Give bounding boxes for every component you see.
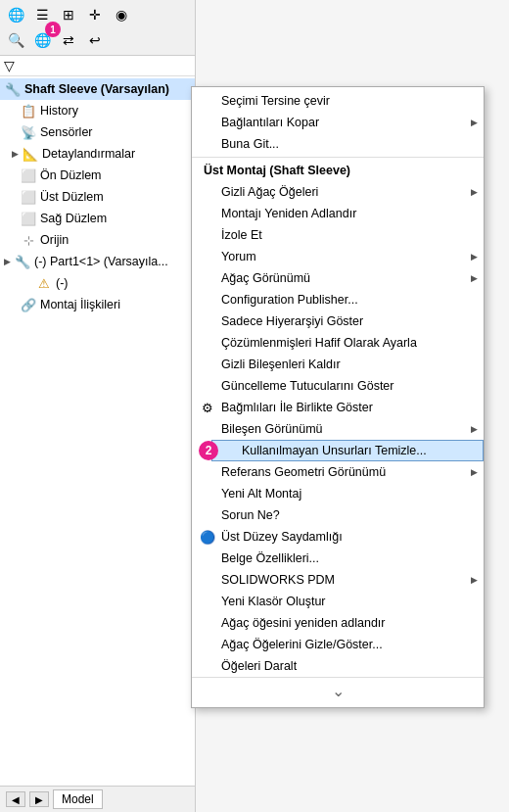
menu-label-component-view: Bileşen Görünümü	[221, 422, 323, 436]
menu-label-doc-props: Belge Özellikleri...	[221, 551, 319, 565]
menu-label-show-with-deps: Bağmlıları İle Birlikte Göster	[221, 401, 373, 414]
menu-item-goto[interactable]: Buna Git...	[192, 133, 484, 155]
tree-item-top-plane[interactable]: ⬜ Üst Düzlem	[0, 186, 195, 208]
cross-icon[interactable]: ✛	[83, 3, 107, 26]
menu-item-new-subassembly[interactable]: Yeni Alt Montaj	[192, 483, 484, 504]
menu-item-clean-unused[interactable]: 2 Kullanılmayan Unsurları Temizle...	[211, 440, 484, 461]
menu-label-disconnect: Bağlantıları Kopar	[221, 116, 319, 129]
menu-label-whats-wrong: Sorun Ne?	[221, 508, 280, 522]
menu-item-rename-assembly[interactable]: Montajı Yeniden Adlandır	[192, 203, 484, 224]
menu-item-config-publisher[interactable]: Configuration Publisher...	[192, 289, 484, 310]
menu-item-ref-geometry[interactable]: Referans Geometri Görünümü	[192, 461, 484, 483]
transparency-icon: 🔵	[198, 530, 217, 545]
top-plane-label: Üst Düzlem	[40, 190, 191, 204]
menu-label-update-holders: Güncelleme Tutucularını Göster	[221, 379, 393, 393]
front-plane-label: Ön Düzlem	[40, 168, 191, 182]
menu-label-config-publisher: Configuration Publisher...	[221, 293, 358, 307]
expand-arrow-part1[interactable]: ▶	[4, 257, 11, 266]
menu-label-clean-unused: Kullanılmayan Unsurları Temizle...	[242, 444, 427, 457]
menu-label-tree-view: Ağaç Görünümü	[221, 271, 310, 285]
tree-item-right-plane[interactable]: ⬜ Sağ Düzlem	[0, 208, 195, 229]
front-plane-icon: ⬜	[20, 167, 37, 184]
menu-label-ref-geometry: Referans Geometri Görünümü	[221, 465, 386, 479]
tree-root-item[interactable]: 🔧 Shaft Sleeve (Varsayılan)	[0, 78, 195, 100]
menu-item-hierarchy-only[interactable]: Sadece Hiyerarşiyi Göster	[192, 310, 484, 332]
tree-item-front-plane[interactable]: ⬜ Ön Düzlem	[0, 165, 195, 186]
menu-item-hide-show-tree[interactable]: Ağaç Öğelerini Gizle/Göster...	[192, 634, 484, 655]
top-plane-icon: ⬜	[20, 188, 37, 206]
left-toolbar: 🌐 ☰ ⊞ ✛ ◉ 🔍 🌐 1 ⇄ ↩	[0, 0, 195, 56]
expand-arrow-details[interactable]: ▶	[12, 149, 19, 159]
menu-item-top-level-transparency[interactable]: 🔵 Üst Düzey Saydamlığı	[192, 526, 484, 548]
menu-item-update-holders[interactable]: Güncelleme Tutucularını Göster	[192, 375, 484, 397]
show-deps-icon: ⚙	[198, 401, 217, 415]
history-label: History	[40, 104, 191, 118]
menu-label-hierarchy-only: Sadece Hiyerarşiyi Göster	[221, 314, 363, 328]
transfer-icon[interactable]: ⇄	[57, 28, 80, 52]
menu-item-remove-hidden[interactable]: Gizli Bileşenleri Kaldır	[192, 354, 484, 375]
tree-item-part1[interactable]: ▶ 🔧 (-) Part1<1> (Varsayıla...	[0, 251, 195, 272]
badge-1: 1	[45, 22, 61, 37]
nav-prev-btn[interactable]: ◀	[6, 791, 25, 807]
menu-label-rename-assembly: Montajı Yeniden Adlandır	[221, 207, 356, 220]
origin-label: Orijin	[40, 233, 191, 247]
tree-item-sensors[interactable]: 📡 Sensörler	[0, 121, 195, 143]
tree-item-details[interactable]: ▶ 📐 Detaylandırmalar	[0, 143, 195, 165]
menu-item-tree-view[interactable]: Ağaç Görünümü	[192, 267, 484, 289]
color-wheel-icon[interactable]: ◉	[110, 3, 133, 26]
tree-item-origin[interactable]: ⊹ Orijin	[0, 229, 195, 251]
menu-label-hidden-tree: Gizli Ağaç Öğeleri	[221, 185, 318, 199]
badge-2: 2	[199, 441, 218, 460]
search-icon[interactable]: 🔍	[4, 28, 27, 52]
menu-item-disconnect[interactable]: Bağlantıları Kopar	[192, 112, 484, 133]
root-icon: 🔧	[4, 80, 22, 98]
menu-label-remove-hidden: Gizli Bileşenleri Kaldır	[221, 358, 341, 371]
relations-icon: 🔗	[20, 296, 37, 313]
tree-item-history[interactable]: 📋 History	[0, 100, 195, 121]
menu-item-component-view[interactable]: Bileşen Görünümü	[192, 418, 484, 440]
menu-label-solidworks-pdm: SOLIDWORKS PDM	[221, 573, 335, 587]
menu-label-rename-tree-item: Ağaç öğesini yeniden adlandır	[221, 616, 385, 630]
menu-item-hidden-tree[interactable]: Gizli Ağaç Öğeleri	[192, 181, 484, 203]
menu-item-whats-wrong[interactable]: Sorun Ne?	[192, 504, 484, 526]
relations-label: Montaj İlişkileri	[40, 298, 191, 311]
undo-icon[interactable]: ↩	[83, 28, 107, 52]
right-plane-icon: ⬜	[20, 210, 37, 227]
menu-label-new-subassembly: Yeni Alt Montaj	[221, 487, 301, 501]
toolbar-row-2: 🔍 🌐 1 ⇄ ↩	[4, 28, 191, 52]
globe-icon[interactable]: 🌐	[4, 3, 27, 26]
details-icon: 📐	[22, 145, 39, 163]
menu-item-comment[interactable]: Yorum	[192, 246, 484, 267]
menu-item-solidworks-pdm[interactable]: SOLIDWORKS PDM	[192, 569, 484, 591]
menu-item-reverse-selection[interactable]: Seçimi Tersine çevir	[192, 90, 484, 112]
menu-item-rename-tree-item[interactable]: Ağaç öğesini yeniden adlandır	[192, 612, 484, 634]
menu-header-assembly: Üst Montaj (Shaft Sleeve)	[192, 160, 484, 181]
right-plane-label: Sağ Düzlem	[40, 212, 191, 225]
scroll-indicator[interactable]: ⌄	[192, 677, 484, 704]
tree-area: 🔧 Shaft Sleeve (Varsayılan) 📋 History 📡 …	[0, 76, 195, 786]
menu-item-new-folder[interactable]: Yeni Klasör Oluştur	[192, 591, 484, 612]
menu-item-show-with-deps[interactable]: ⚙ Bağmlıları İle Birlikte Göster	[192, 397, 484, 418]
left-bottom: ◀ ▶ Model	[0, 786, 195, 812]
warning-icon: ⚠	[35, 274, 53, 292]
toolbar-row-1: 🌐 ☰ ⊞ ✛ ◉	[4, 3, 191, 26]
nav-next-btn[interactable]: ▶	[29, 791, 49, 807]
menu-label-hide-show-tree: Ağaç Öğelerini Gizle/Göster...	[221, 638, 383, 651]
model-tab[interactable]: Model	[53, 789, 103, 809]
details-label: Detaylandırmalar	[42, 147, 191, 161]
root-label: Shaft Sleeve (Varsayılan)	[24, 82, 191, 96]
sensors-icon: 📡	[20, 123, 37, 141]
menu-label-lightweight: Çözümlenmişleri Hafif Olarak Ayarla	[221, 336, 417, 350]
menu-item-lightweight[interactable]: Çözümlenmişleri Hafif Olarak Ayarla	[192, 332, 484, 354]
tree-item-relations[interactable]: 🔗 Montaj İlişkileri	[0, 294, 195, 315]
world-icon[interactable]: 🌐 1	[30, 28, 54, 52]
tree-item-warning[interactable]: ⚠ (-)	[0, 272, 195, 294]
menu-label-new-folder: Yeni Klasör Oluştur	[221, 595, 326, 608]
menu-item-collapse[interactable]: Öğeleri Daralt	[192, 655, 484, 677]
menu-item-doc-props[interactable]: Belge Özellikleri...	[192, 548, 484, 569]
menu-label-transparency: Üst Düzey Saydamlığı	[221, 530, 343, 544]
menu-item-isolate[interactable]: İzole Et	[192, 224, 484, 246]
filter-icon[interactable]: ▽	[4, 58, 15, 73]
grid-icon[interactable]: ⊞	[57, 3, 80, 26]
part1-icon: 🔧	[14, 253, 31, 270]
